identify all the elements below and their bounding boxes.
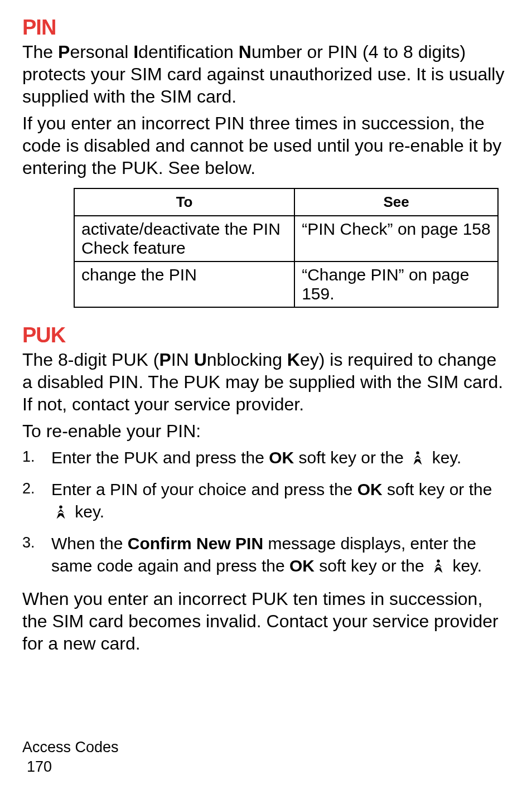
- text-fragment: The 8-digit PUK (: [22, 350, 159, 370]
- pin-heading: PIN: [22, 16, 510, 40]
- text-fragment: key.: [70, 502, 104, 521]
- step-number: 1.: [22, 447, 35, 467]
- pin-paragraph-1: The Personal Identification Number or PI…: [22, 41, 510, 108]
- text-fragment: nblocking: [207, 350, 287, 370]
- ok-label: OK: [289, 556, 315, 575]
- table-cell-see: “PIN Check” on page 158: [294, 216, 498, 262]
- footer-page-number: 170: [22, 757, 119, 777]
- footer-section-name: Access Codes: [22, 738, 119, 757]
- ok-label: OK: [357, 480, 383, 498]
- table-cell-to: activate/deactivate the PIN Check featur…: [74, 216, 294, 262]
- list-item: 3. When the Confirm New PIN message disp…: [22, 532, 510, 578]
- puk-paragraph-2: To re-enable your PIN:: [22, 420, 510, 442]
- text-fragment: IN: [171, 350, 194, 370]
- text-bold-i: I: [133, 42, 138, 62]
- text-fragment: key.: [448, 556, 482, 575]
- text-fragment: When the: [51, 534, 128, 553]
- table-cell-see: “Change PIN” on page 159.: [294, 262, 498, 307]
- table-header-see: See: [294, 188, 498, 216]
- svg-point-0: [417, 452, 420, 455]
- svg-point-1: [59, 506, 62, 509]
- text-bold-u: U: [194, 350, 207, 370]
- list-item: 1. Enter the PUK and press the OK soft k…: [22, 447, 510, 469]
- pin-paragraph-2: If you enter an incorrect PIN three time…: [22, 112, 510, 179]
- person-key-icon: [52, 503, 69, 520]
- table-header-to: To: [74, 188, 294, 216]
- text-fragment: soft key or the: [383, 480, 492, 498]
- text-fragment: dentification: [138, 42, 239, 62]
- page-footer: Access Codes 170: [22, 738, 119, 777]
- puk-steps-list: 1. Enter the PUK and press the OK soft k…: [22, 447, 510, 578]
- text-bold-k: K: [287, 350, 300, 370]
- ok-label: OK: [269, 448, 294, 467]
- svg-point-2: [437, 560, 440, 563]
- text-fragment: Enter the PUK and press the: [51, 448, 269, 467]
- table-row: change the PIN “Change PIN” on page 159.: [74, 262, 498, 307]
- text-fragment: The: [22, 42, 58, 62]
- text-fragment: key.: [427, 448, 461, 467]
- list-item: 2. Enter a PIN of your choice and press …: [22, 478, 510, 524]
- person-key-icon: [430, 558, 447, 574]
- puk-paragraph-1: The 8-digit PUK (PIN Unblocking Key) is …: [22, 348, 510, 415]
- pin-reference-table: To See activate/deactivate the PIN Check…: [74, 188, 499, 308]
- table-cell-to: change the PIN: [74, 262, 294, 307]
- text-fragment: soft key or the: [294, 448, 408, 467]
- step-number: 2.: [22, 478, 35, 498]
- text-fragment: ersonal: [70, 42, 133, 62]
- table-header-row: To See: [74, 188, 498, 216]
- table-row: activate/deactivate the PIN Check featur…: [74, 216, 498, 262]
- step-number: 3.: [22, 532, 35, 553]
- puk-heading: PUK: [22, 323, 510, 347]
- text-bold-p: P: [58, 42, 70, 62]
- text-fragment: Enter a PIN of your choice and press the: [51, 480, 357, 498]
- text-bold-n: N: [239, 42, 252, 62]
- text-fragment: soft key or the: [315, 556, 429, 575]
- text-bold-p: P: [159, 350, 171, 370]
- puk-paragraph-3: When you enter an incorrect PUK ten time…: [22, 588, 510, 655]
- person-key-icon: [409, 449, 426, 466]
- confirm-new-pin-label: Confirm New PIN: [128, 534, 263, 553]
